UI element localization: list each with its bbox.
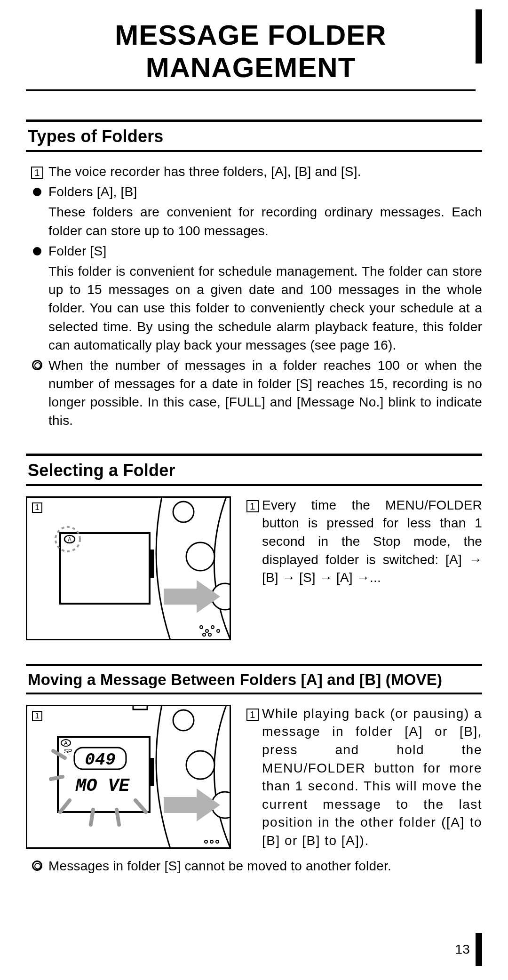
note-text: When the number of messages in a folder …	[48, 356, 482, 430]
svg-point-8	[200, 626, 203, 629]
svg-point-34	[216, 840, 219, 843]
svg-point-9	[206, 629, 208, 632]
bullet-marker	[26, 242, 48, 260]
step-marker: 1	[243, 705, 262, 850]
title-side-bar	[476, 9, 482, 64]
svg-line-18	[117, 810, 119, 825]
svg-point-32	[205, 840, 207, 843]
svg-text:SP: SP	[64, 748, 72, 755]
page-side-bar	[476, 933, 482, 966]
section-selecting-folder: Selecting a Folder 1 A	[26, 454, 482, 640]
section-types-of-folders: Types of Folders 1 The voice recorder ha…	[26, 120, 482, 430]
title-block: MESSAGE FOLDER MANAGEMENT	[26, 19, 482, 91]
svg-point-13	[217, 629, 220, 632]
svg-point-28	[173, 710, 194, 731]
svg-rect-31	[133, 706, 147, 709]
note-circle-icon	[32, 860, 42, 871]
step-text: Every time the MENU/FOLDER button is pre…	[262, 496, 482, 587]
svg-rect-0	[60, 533, 150, 604]
svg-point-10	[211, 626, 214, 629]
bullet-row: Folders [A], [B]	[26, 183, 482, 201]
manual-page: MESSAGE FOLDER MANAGEMENT Types of Folde…	[0, 0, 508, 980]
step-paragraph: 1 Every time the MENU/FOLDER button is p…	[243, 496, 482, 589]
svg-text:049: 049	[85, 750, 115, 770]
svg-line-17	[91, 810, 93, 825]
bullet-dot-icon	[33, 188, 41, 196]
press-arrow-icon	[164, 580, 225, 613]
step-number-box: 1	[246, 500, 259, 512]
svg-line-20	[51, 777, 63, 779]
svg-point-33	[210, 840, 213, 843]
bullet-body: This folder is convenient for schedule m…	[48, 262, 482, 354]
note-marker	[26, 857, 48, 876]
step-number-box: 1	[31, 167, 43, 179]
note-marker	[26, 356, 48, 430]
bullet-dot-icon	[33, 247, 41, 255]
svg-text:A: A	[64, 740, 68, 746]
step-marker: 1	[243, 496, 262, 587]
page-number: 13	[455, 942, 470, 957]
note-circle-icon	[32, 360, 42, 370]
bullet-title: Folders [A], [B]	[48, 183, 482, 201]
bullet-marker	[26, 183, 48, 201]
step-row: 1 While playing back (or pausing) a mess…	[243, 705, 482, 850]
section-moving-message: Moving a Message Between Folders [A] and…	[26, 664, 482, 876]
illustration-select-folder: 1 A	[26, 496, 231, 640]
section-columns: 1 A	[26, 496, 482, 640]
svg-point-11	[203, 633, 206, 636]
bullet-body: These folders are convenient for recordi…	[48, 203, 482, 239]
section-heading: Selecting a Folder	[26, 454, 482, 486]
step-text: While playing back (or pausing) a messag…	[262, 705, 482, 850]
note-row: When the number of messages in a folder …	[26, 356, 482, 430]
section-heading: Moving a Message Between Folders [A] and…	[26, 664, 482, 694]
bullet-title: Folder [S]	[48, 242, 482, 260]
section-columns: 1 A	[26, 705, 482, 852]
page-title: MESSAGE FOLDER MANAGEMENT	[26, 19, 476, 91]
illustration-move-message: 1 A	[26, 705, 231, 849]
device-diagram-icon: A SP 049 MO VE	[27, 706, 230, 847]
section-heading: Types of Folders	[26, 120, 482, 152]
page-number-block: 13	[455, 933, 482, 966]
svg-point-29	[186, 751, 214, 779]
device-diagram-icon: A	[27, 498, 230, 639]
press-hold-arrow-icon	[164, 789, 225, 821]
bullet-row: Folder [S]	[26, 242, 482, 260]
note-text: Messages in folder [S] cannot be moved t…	[48, 857, 482, 876]
step-row: 1 The voice recorder has three folders, …	[26, 162, 482, 181]
step-row: 1 Every time the MENU/FOLDER button is p…	[243, 496, 482, 587]
svg-point-12	[208, 633, 211, 636]
section-body: 1 The voice recorder has three folders, …	[26, 162, 482, 430]
svg-text:A: A	[68, 536, 71, 543]
step-number-box: 1	[246, 709, 259, 721]
step-paragraph: 1 While playing back (or pausing) a mess…	[243, 705, 482, 852]
step-text: The voice recorder has three folders, [A…	[48, 162, 482, 181]
svg-text:MO VE: MO VE	[75, 776, 130, 796]
step-marker: 1	[26, 162, 48, 181]
section-footer-note: Messages in folder [S] cannot be moved t…	[26, 857, 482, 876]
svg-point-6	[186, 542, 214, 571]
note-row: Messages in folder [S] cannot be moved t…	[26, 857, 482, 876]
svg-rect-15	[150, 758, 154, 786]
svg-rect-1	[150, 550, 154, 578]
svg-point-5	[173, 502, 194, 522]
